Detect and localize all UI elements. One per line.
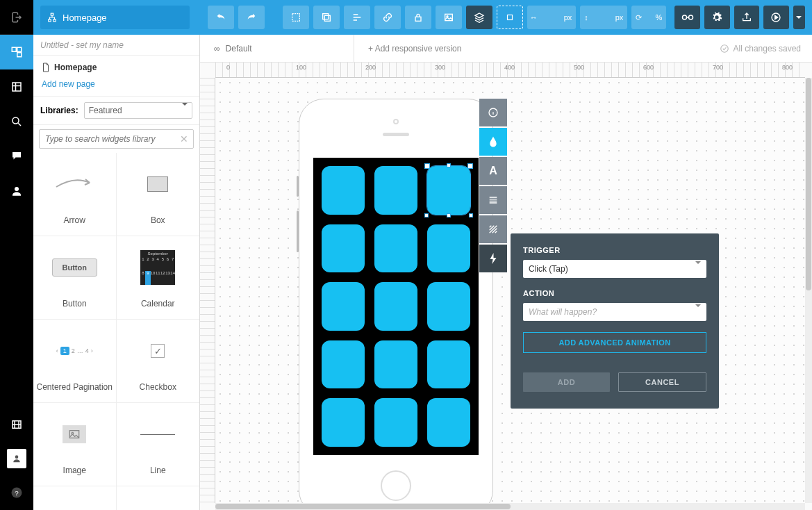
text-tab[interactable]: A: [479, 157, 507, 185]
page-row-homepage[interactable]: Homepage: [33, 56, 199, 79]
widget-line[interactable]: Line: [117, 403, 200, 486]
svg-rect-17: [445, 14, 453, 20]
phone-screen[interactable]: [313, 158, 479, 455]
infinity-icon: ∞: [214, 44, 220, 54]
widget-calendar[interactable]: September1234567891011121314 Calendar: [117, 236, 200, 320]
widget-image[interactable]: Image: [33, 403, 117, 486]
ruler-vertical[interactable]: [200, 78, 215, 503]
group-button[interactable]: [497, 6, 523, 29]
widget-arrow[interactable]: Arrow: [33, 153, 117, 236]
save-status: All changes saved: [720, 44, 812, 54]
responsive-bar: ∞ Default + Add responsive version All c…: [200, 35, 812, 63]
rotate-field[interactable]: ⟳ %: [631, 6, 666, 29]
widget-text[interactable]: A: [117, 486, 200, 510]
check-circle-icon: [720, 44, 729, 54]
add-interaction-button[interactable]: ADD: [523, 372, 610, 392]
ruler-horizontal[interactable]: 0 100 200 300 400 500 600 700 800: [215, 63, 805, 78]
undo-button[interactable]: [208, 6, 234, 29]
app-tile[interactable]: [374, 166, 417, 215]
svg-point-20: [682, 15, 686, 19]
svg-rect-15: [323, 14, 329, 19]
image-icon: [63, 425, 86, 443]
widget-search-input[interactable]: [39, 129, 194, 149]
profile-icon[interactable]: [7, 449, 26, 468]
trigger-label: TRIGGER: [523, 246, 706, 254]
clear-search-icon[interactable]: ✕: [180, 133, 188, 145]
default-breakpoint[interactable]: ∞ Default: [200, 35, 354, 62]
width-input[interactable]: [540, 13, 561, 22]
add-responsive-button[interactable]: + Add responsive version: [354, 35, 475, 62]
project-name[interactable]: Untitled - set my name: [33, 35, 199, 56]
double-arrow-v-icon: ↕: [584, 13, 588, 22]
box-icon: [147, 176, 168, 192]
help-icon[interactable]: ?: [0, 475, 33, 510]
canvas: 0 100 200 300 400 500 600 700 800: [200, 63, 812, 510]
app-tile[interactable]: [374, 282, 417, 331]
share-button[interactable]: [734, 6, 760, 29]
settings-button[interactable]: [704, 6, 730, 29]
app-tile[interactable]: [322, 166, 365, 215]
app-tile[interactable]: [374, 398, 417, 447]
copy-button[interactable]: [313, 6, 340, 29]
info-tab[interactable]: [479, 99, 507, 126]
svg-rect-16: [415, 17, 421, 21]
line-icon: [140, 434, 175, 435]
play-button[interactable]: [763, 6, 789, 29]
scrollbar-horizontal[interactable]: [215, 503, 805, 510]
chevron-down-icon: [695, 264, 701, 274]
breadcrumb[interactable]: Homepage: [40, 6, 190, 29]
preview-button[interactable]: [674, 6, 700, 29]
app-tile[interactable]: [427, 340, 470, 389]
height-input[interactable]: [592, 13, 613, 22]
width-field[interactable]: ↔ px: [527, 6, 576, 29]
play-dropdown[interactable]: [793, 6, 805, 29]
app-tile-selected[interactable]: [427, 166, 470, 215]
phone-camera: [393, 119, 399, 124]
widget-box[interactable]: Box: [117, 153, 200, 236]
layers-button[interactable]: [466, 6, 492, 29]
interactions-tab[interactable]: [479, 245, 507, 272]
action-select[interactable]: What will happen?: [523, 303, 706, 321]
lock-button[interactable]: [405, 6, 431, 29]
redo-button[interactable]: [238, 6, 265, 29]
height-field[interactable]: ↕ px: [580, 6, 627, 29]
app-tile[interactable]: [322, 340, 365, 389]
widget-button[interactable]: Button Button: [33, 236, 117, 320]
app-tile[interactable]: [374, 224, 417, 273]
trigger-select[interactable]: Click (Tap): [523, 260, 706, 278]
edit-tools: [283, 6, 523, 29]
pattern-tab[interactable]: [479, 215, 507, 243]
image-button[interactable]: [436, 6, 462, 29]
fill-tab[interactable]: [479, 128, 507, 156]
add-page-link[interactable]: Add new page: [33, 79, 199, 96]
libraries-select[interactable]: Featured: [84, 102, 192, 119]
app-tile[interactable]: [322, 282, 365, 331]
widget-search-row: ✕: [33, 125, 199, 153]
cancel-interaction-button[interactable]: CANCEL: [618, 372, 706, 392]
scrollbar-vertical[interactable]: [805, 78, 812, 503]
comment-icon[interactable]: [0, 139, 33, 174]
film-icon[interactable]: [0, 407, 33, 442]
app-tile[interactable]: [322, 224, 365, 273]
widget-grid: Arrow Box Button Button September1234567…: [33, 153, 199, 510]
app-tile[interactable]: [374, 340, 417, 389]
app-tile[interactable]: [322, 398, 365, 447]
crop-button[interactable]: [283, 6, 309, 29]
logout-icon[interactable]: [0, 0, 33, 35]
canvas-grid[interactable]: A TRIGGER Click (Tap) ACTION What will h…: [215, 78, 805, 503]
link-button[interactable]: [374, 6, 401, 29]
widget-chart[interactable]: [33, 486, 117, 510]
app-tile[interactable]: [427, 398, 470, 447]
app-tile[interactable]: [427, 282, 470, 331]
widget-checkbox[interactable]: ✓ Checkbox: [117, 320, 200, 403]
chevron-down-icon: [182, 106, 188, 115]
layout-tab[interactable]: [479, 186, 507, 214]
shapes-icon[interactable]: [0, 35, 33, 69]
align-button[interactable]: [344, 6, 370, 29]
components-icon[interactable]: [0, 69, 33, 104]
search-icon[interactable]: [0, 104, 33, 139]
app-tile[interactable]: [427, 224, 470, 273]
widget-pagination[interactable]: ‹12…4› Centered Pagination: [33, 320, 117, 403]
user-icon[interactable]: [0, 174, 33, 208]
add-advanced-animation-button[interactable]: ADD ADVANCED ANIMATION: [523, 332, 706, 353]
